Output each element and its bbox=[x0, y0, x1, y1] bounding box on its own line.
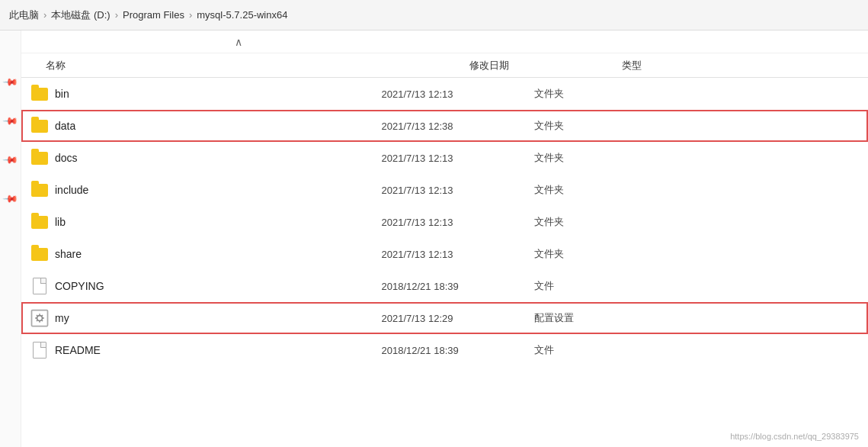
file-name-lib: lib bbox=[50, 216, 382, 228]
file-icon-docs bbox=[29, 152, 50, 165]
file-name-my: my bbox=[50, 312, 382, 324]
file-date-copying: 2018/12/21 18:39 bbox=[382, 281, 534, 292]
up-arrow[interactable]: ∧ bbox=[235, 36, 242, 48]
file-icon-include bbox=[29, 184, 50, 197]
col-header-name[interactable]: 名称 bbox=[27, 59, 469, 72]
file-name-copying: COPYING bbox=[50, 280, 382, 292]
col-header-type[interactable]: 类型 bbox=[622, 59, 862, 72]
file-icon-data bbox=[29, 120, 50, 133]
file-type-docs: 文件夹 bbox=[534, 151, 861, 165]
file-row-data[interactable]: data2021/7/13 12:38文件夹 bbox=[21, 110, 868, 142]
file-rows-container: bin2021/7/13 12:13文件夹data2021/7/13 12:38… bbox=[21, 78, 868, 366]
breadcrumb-sep-2: › bbox=[189, 9, 192, 21]
file-date-share: 2021/7/13 12:13 bbox=[382, 249, 534, 260]
file-type-readme: 文件 bbox=[534, 343, 861, 357]
file-type-data: 文件夹 bbox=[534, 119, 861, 133]
breadcrumb-bar: 此电脑 › 本地磁盘 (D:) › Program Files › mysql-… bbox=[0, 0, 868, 31]
column-headers: 名称 修改日期 类型 bbox=[21, 53, 868, 78]
file-icon-share bbox=[29, 248, 50, 261]
watermark: https://blog.csdn.net/qq_29383975 bbox=[730, 432, 859, 441]
pin-icon-2[interactable]: 📌 bbox=[2, 113, 19, 130]
file-date-lib: 2021/7/13 12:13 bbox=[382, 217, 534, 228]
file-row-include[interactable]: include2021/7/13 12:13文件夹 bbox=[21, 174, 868, 206]
file-row-bin[interactable]: bin2021/7/13 12:13文件夹 bbox=[21, 78, 868, 110]
file-type-my: 配置设置 bbox=[534, 311, 861, 325]
file-type-share: 文件夹 bbox=[534, 247, 861, 261]
main-area: 📌 📌 📌 📌 ∧ 名称 修改日期 类型 bin2021/7/13 12:13文… bbox=[0, 31, 868, 447]
file-name-data: data bbox=[50, 120, 382, 132]
pin-icon-4[interactable]: 📌 bbox=[2, 191, 19, 207]
file-name-bin: bin bbox=[50, 88, 382, 100]
file-row-my[interactable]: my2021/7/13 12:29配置设置 bbox=[21, 302, 868, 334]
file-row-lib[interactable]: lib2021/7/13 12:13文件夹 bbox=[21, 206, 868, 238]
breadcrumb-sep-0: › bbox=[43, 9, 46, 21]
file-type-copying: 文件 bbox=[534, 279, 861, 293]
breadcrumb-item-3: mysql-5.7.25-winx64 bbox=[197, 9, 287, 21]
file-type-lib: 文件夹 bbox=[534, 215, 861, 229]
col-header-date[interactable]: 修改日期 bbox=[469, 59, 622, 72]
pin-panel: 📌 📌 📌 📌 bbox=[0, 31, 21, 447]
pin-icon-1[interactable]: 📌 bbox=[2, 74, 19, 91]
file-date-bin: 2021/7/13 12:13 bbox=[382, 88, 534, 100]
file-row-docs[interactable]: docs2021/7/13 12:13文件夹 bbox=[21, 142, 868, 174]
file-icon-readme bbox=[29, 342, 50, 359]
file-date-data: 2021/7/13 12:38 bbox=[382, 121, 534, 132]
file-row-readme[interactable]: README2018/12/21 18:39文件 bbox=[21, 334, 868, 366]
file-icon-copying bbox=[29, 278, 50, 294]
pin-icon-3[interactable]: 📌 bbox=[2, 152, 19, 169]
file-row-copying[interactable]: COPYING2018/12/21 18:39文件 bbox=[21, 270, 868, 302]
file-name-readme: README bbox=[50, 344, 382, 356]
breadcrumb-sep-1: › bbox=[115, 9, 118, 21]
file-date-docs: 2021/7/13 12:13 bbox=[382, 153, 534, 164]
file-list-area: ∧ 名称 修改日期 类型 bin2021/7/13 12:13文件夹data20… bbox=[21, 31, 868, 447]
breadcrumb-item-2[interactable]: Program Files bbox=[123, 9, 184, 21]
file-name-include: include bbox=[50, 184, 382, 196]
file-date-my: 2021/7/13 12:29 bbox=[382, 313, 534, 324]
file-name-share: share bbox=[50, 248, 382, 260]
file-icon-bin bbox=[29, 88, 50, 101]
file-date-include: 2021/7/13 12:13 bbox=[382, 185, 534, 196]
file-icon-lib bbox=[29, 216, 50, 229]
file-date-readme: 2018/12/21 18:39 bbox=[382, 345, 534, 356]
file-name-docs: docs bbox=[50, 152, 382, 164]
file-icon-my bbox=[29, 307, 50, 329]
breadcrumb-item-0[interactable]: 此电脑 bbox=[9, 8, 39, 22]
breadcrumb-item-1[interactable]: 本地磁盘 (D:) bbox=[51, 8, 110, 22]
file-type-bin: 文件夹 bbox=[534, 87, 861, 101]
file-type-include: 文件夹 bbox=[534, 183, 861, 197]
file-row-share[interactable]: share2021/7/13 12:13文件夹 bbox=[21, 238, 868, 270]
svg-rect-0 bbox=[32, 310, 48, 326]
